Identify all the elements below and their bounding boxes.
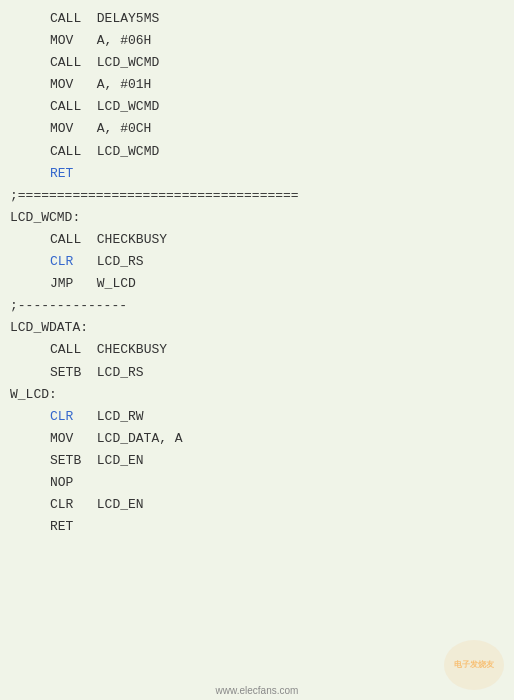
instruction-args: LCD_WCMD	[81, 141, 159, 163]
code-line: MOV A, #0CH	[10, 118, 504, 140]
code-line: LCD_WDATA:	[10, 317, 504, 339]
instruction-args: CHECKBUSY	[81, 229, 167, 251]
code-line: SETB LCD_EN	[10, 450, 504, 472]
keyword: RET	[50, 163, 73, 185]
instruction-args: A, #06H	[73, 30, 151, 52]
code-line: LCD_WCMD:	[10, 207, 504, 229]
keyword: JMP	[50, 273, 73, 295]
keyword: NOP	[50, 472, 73, 494]
keyword: CLR	[50, 406, 73, 428]
watermark: 电子发烧友	[444, 640, 504, 690]
code-line: CALL DELAY5MS	[10, 8, 504, 30]
code-block: CALL DELAY5MSMOV A, #06HCALL LCD_WCMDMOV…	[0, 0, 514, 546]
code-line: CALL LCD_WCMD	[10, 52, 504, 74]
keyword: CALL	[50, 8, 81, 30]
instruction-args: LCD_WCMD	[81, 96, 159, 118]
code-line: CALL CHECKBUSY	[10, 229, 504, 251]
keyword: CLR	[50, 494, 73, 516]
code-line: MOV LCD_DATA, A	[10, 428, 504, 450]
code-line: CLR LCD_RS	[10, 251, 504, 273]
keyword: CALL	[50, 52, 81, 74]
keyword: SETB	[50, 362, 81, 384]
keyword: LCD_WCMD:	[10, 207, 80, 229]
keyword: MOV	[50, 118, 73, 140]
instruction-args: CHECKBUSY	[81, 339, 167, 361]
code-line: SETB LCD_RS	[10, 362, 504, 384]
instruction-args: A, #0CH	[73, 118, 151, 140]
instruction-args: LCD_EN	[73, 494, 143, 516]
keyword: CLR	[50, 251, 73, 273]
instruction-args: LCD_RW	[73, 406, 143, 428]
footer-url: www.elecfans.com	[216, 685, 299, 696]
instruction-args: LCD_WCMD	[81, 52, 159, 74]
keyword: MOV	[50, 74, 73, 96]
instruction-args: LCD_DATA, A	[73, 428, 182, 450]
code-line: CLR LCD_EN	[10, 494, 504, 516]
code-line: CALL LCD_WCMD	[10, 96, 504, 118]
code-line: JMP W_LCD	[10, 273, 504, 295]
keyword: RET	[50, 516, 73, 538]
instruction-args: A, #01H	[73, 74, 151, 96]
instruction-args: LCD_RS	[81, 362, 143, 384]
keyword: MOV	[50, 30, 73, 52]
keyword: MOV	[50, 428, 73, 450]
keyword: LCD_WDATA:	[10, 317, 88, 339]
code-line: CALL CHECKBUSY	[10, 339, 504, 361]
code-line: NOP	[10, 472, 504, 494]
keyword: SETB	[50, 450, 81, 472]
code-line: W_LCD:	[10, 384, 504, 406]
keyword: CALL	[50, 96, 81, 118]
keyword: W_LCD:	[10, 384, 57, 406]
instruction-args: DELAY5MS	[81, 8, 159, 30]
code-line: CLR LCD_RW	[10, 406, 504, 428]
instruction-args: LCD_RS	[73, 251, 143, 273]
keyword: ;--------------	[10, 295, 127, 317]
keyword: CALL	[50, 141, 81, 163]
keyword: CALL	[50, 229, 81, 251]
instruction-args: W_LCD	[73, 273, 135, 295]
keyword: CALL	[50, 339, 81, 361]
code-line: CALL LCD_WCMD	[10, 141, 504, 163]
code-line: MOV A, #06H	[10, 30, 504, 52]
instruction-args: LCD_EN	[81, 450, 143, 472]
code-line: RET	[10, 163, 504, 185]
watermark-logo: 电子发烧友	[444, 640, 504, 690]
code-line: ;--------------	[10, 295, 504, 317]
code-line: RET	[10, 516, 504, 538]
code-line: MOV A, #01H	[10, 74, 504, 96]
code-line: ;====================================	[10, 185, 504, 207]
keyword: ;====================================	[10, 185, 299, 207]
